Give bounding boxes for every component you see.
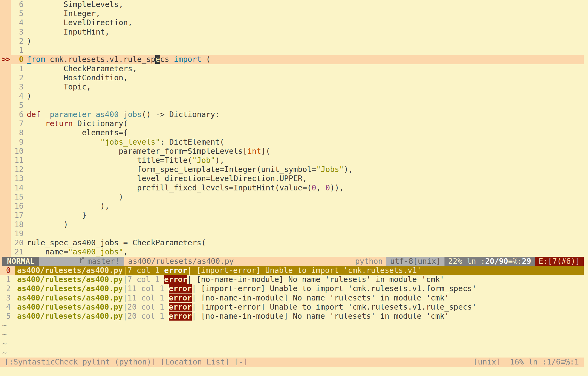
code-line[interactable]: 2 HostCondition, bbox=[0, 73, 588, 82]
sign-column bbox=[0, 46, 11, 55]
git-branch-name: master! bbox=[87, 257, 119, 266]
error-file-path: as400/rulesets/as400.py bbox=[17, 275, 123, 284]
code-line[interactable]: 3 Topic, bbox=[0, 82, 588, 92]
loclist-statusline-position: [unix] 16% ln :1/6≡℅:1 bbox=[473, 358, 584, 367]
loclist-statusline-title: [:SyntasticCheck pylint (python)] [Locat… bbox=[0, 358, 473, 367]
code-text: ) bbox=[27, 193, 588, 202]
code-text: HostCondition, bbox=[27, 73, 588, 82]
code-text: Topic, bbox=[27, 82, 588, 92]
sign-column bbox=[0, 147, 11, 156]
code-text: elements={ bbox=[27, 128, 588, 137]
code-line[interactable]: 1 bbox=[0, 46, 588, 55]
error-file-path: as400/rulesets/as400.py bbox=[17, 266, 123, 275]
code-line[interactable]: 4) bbox=[0, 92, 588, 101]
code-line[interactable]: 9 "jobs_levels": DictElement( bbox=[0, 138, 588, 147]
code-line[interactable]: 16 ), bbox=[0, 202, 588, 211]
code-text bbox=[27, 229, 588, 238]
location-list-item[interactable]: 4as400/rulesets/as400.py|20 col 1 error|… bbox=[0, 303, 588, 312]
error-badge: error bbox=[164, 266, 187, 275]
line-number: 19 bbox=[11, 229, 24, 238]
line-number: 20 bbox=[11, 238, 24, 247]
error-file-path: as400/rulesets/as400.py bbox=[17, 284, 123, 293]
sign-column bbox=[0, 138, 11, 147]
loclist-line-number: 5 bbox=[0, 312, 15, 321]
loclist-entry-text: as400/rulesets/as400.py|11 col 1 error| … bbox=[17, 284, 588, 293]
line-number: 3 bbox=[11, 28, 24, 37]
code-line[interactable]: 14 prefill_fixed_levels=InputHint(value=… bbox=[0, 183, 588, 193]
code-text: SimpleLevels, bbox=[27, 0, 588, 9]
code-line[interactable]: 15 ) bbox=[0, 193, 588, 202]
error-badge: error bbox=[164, 275, 187, 284]
loclist-entry-text: as400/rulesets/as400.py|7 col 1 error| [… bbox=[17, 275, 588, 284]
code-line[interactable]: 18 ) bbox=[0, 220, 588, 229]
code-line-cursor[interactable]: >>0from cmk.rulesets.v1.rule_specs impor… bbox=[0, 55, 584, 64]
location-list-item[interactable]: 5as400/rulesets/as400.py|20 col 1 error|… bbox=[0, 312, 588, 321]
line-number: 4 bbox=[11, 18, 24, 27]
code-line[interactable]: 5 Integer, bbox=[0, 9, 588, 18]
sign-column bbox=[0, 211, 11, 220]
error-message: | [import-error] Unable to import 'cmk.r… bbox=[192, 303, 477, 311]
code-line[interactable]: 6 SimpleLevels, bbox=[0, 0, 588, 9]
code-line[interactable]: 20rule_spec_as400_jobs = CheckParameters… bbox=[0, 238, 588, 247]
loclist-entry-text: as400/rulesets/as400.py|11 col 1 error| … bbox=[17, 294, 588, 303]
sign-column bbox=[0, 165, 11, 174]
sign-column bbox=[0, 238, 11, 247]
loclist-statusline: [:SyntasticCheck pylint (python)] [Locat… bbox=[0, 358, 584, 367]
empty-line-tilde: ~ bbox=[0, 330, 588, 339]
loclist-line-number: 2 bbox=[0, 284, 15, 293]
code-line[interactable]: 8 elements={ bbox=[0, 128, 588, 137]
command-line[interactable] bbox=[0, 367, 588, 376]
code-line[interactable]: 4 LevelDirection, bbox=[0, 18, 588, 27]
code-text: Integer, bbox=[27, 9, 588, 18]
line-number: 17 bbox=[11, 211, 24, 220]
code-line[interactable]: 10 parameter_form=SimpleLevels[int]( bbox=[0, 147, 588, 156]
code-line[interactable]: 21 name="as400_jobs", bbox=[0, 247, 588, 257]
line-number: 2 bbox=[11, 37, 24, 46]
sign-column bbox=[0, 110, 11, 119]
error-location: |11 col 1 bbox=[123, 294, 169, 302]
empty-line-tilde: ~ bbox=[0, 339, 588, 348]
line-number: 13 bbox=[11, 174, 24, 183]
code-line[interactable]: 3 InputHint, bbox=[0, 28, 588, 37]
code-line[interactable]: 2) bbox=[0, 37, 588, 46]
code-text: ) bbox=[27, 92, 588, 101]
loclist-line-number: 1 bbox=[0, 275, 15, 284]
location-list-item[interactable]: 1as400/rulesets/as400.py|7 col 1 error| … bbox=[0, 275, 588, 284]
line-number: 12 bbox=[11, 165, 24, 174]
sign-column bbox=[0, 119, 11, 128]
line-number: 0 bbox=[11, 55, 24, 64]
error-message: | [no-name-in-module] No name 'rulesets'… bbox=[187, 275, 444, 284]
code-line[interactable]: 5 bbox=[0, 101, 588, 110]
code-line[interactable]: 13 level_direction=LevelDirection.UPPER, bbox=[0, 174, 588, 183]
error-badge: error bbox=[169, 303, 192, 311]
line-number: 21 bbox=[11, 247, 24, 257]
location-list-item[interactable]: 2as400/rulesets/as400.py|11 col 1 error|… bbox=[0, 284, 588, 293]
code-text: level_direction=LevelDirection.UPPER, bbox=[27, 174, 588, 183]
error-file-path: as400/rulesets/as400.py bbox=[17, 303, 123, 311]
sign-column bbox=[0, 37, 11, 46]
line-number: 15 bbox=[11, 193, 24, 202]
git-branch-segment: master! bbox=[39, 257, 124, 266]
location-list-item[interactable]: 0as400/rulesets/as400.py|7 col 1 error| … bbox=[0, 266, 584, 275]
code-line[interactable]: 1 CheckParameters, bbox=[0, 64, 588, 73]
error-location: |11 col 1 bbox=[123, 284, 169, 293]
sign-column bbox=[0, 28, 11, 37]
code-line[interactable]: 12 form_spec_template=Integer(unit_symbo… bbox=[0, 165, 588, 174]
code-text: "jobs_levels": DictElement( bbox=[27, 138, 588, 147]
code-line[interactable]: 17 } bbox=[0, 211, 588, 220]
line-number: 10 bbox=[11, 147, 24, 156]
code-line[interactable]: 19 bbox=[0, 229, 588, 238]
code-text: ), bbox=[27, 202, 588, 211]
code-line[interactable]: 7 return Dictionary( bbox=[0, 119, 588, 128]
code-line[interactable]: 11 title=Title("Job"), bbox=[0, 156, 588, 165]
code-buffer: 6 SimpleLevels,5 Integer,4 LevelDirectio… bbox=[0, 0, 588, 257]
location-list-item[interactable]: 3as400/rulesets/as400.py|11 col 1 error|… bbox=[0, 294, 588, 303]
loclist-line-number: 3 bbox=[0, 294, 15, 303]
error-location: |7 col 1 bbox=[123, 266, 164, 275]
code-text: LevelDirection, bbox=[27, 18, 588, 27]
sign-column bbox=[0, 18, 11, 27]
location-list: 0as400/rulesets/as400.py|7 col 1 error| … bbox=[0, 266, 588, 358]
code-text bbox=[27, 46, 588, 55]
code-line[interactable]: 6def _parameter_as400_jobs() -> Dictiona… bbox=[0, 110, 588, 119]
code-text: InputHint, bbox=[27, 28, 588, 37]
